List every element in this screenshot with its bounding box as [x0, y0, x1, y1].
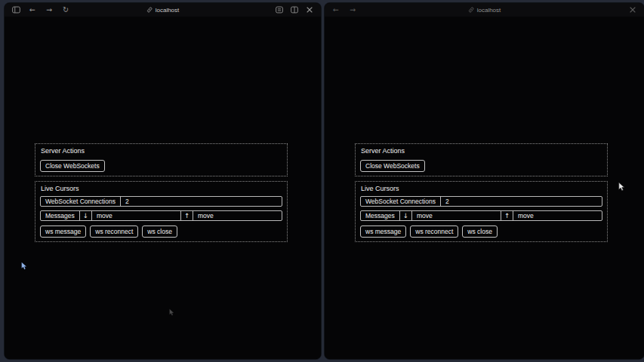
browser-toolbar: ← → ↻ localhost: [5, 3, 321, 17]
remote-cursor-dim: [169, 306, 174, 320]
server-actions-title: Server Actions: [41, 147, 282, 155]
incoming-message-value: move: [411, 211, 501, 220]
ws-close-button[interactable]: ws close: [462, 225, 498, 238]
panel-column: Server Actions Close WebSockets Live Cur…: [35, 143, 288, 247]
back-icon[interactable]: ←: [28, 5, 37, 14]
back-icon[interactable]: ←: [331, 5, 340, 14]
server-actions-panel: Server Actions Close WebSockets: [355, 143, 608, 176]
websocket-connections-row: WebSocket Connections 2: [40, 196, 282, 207]
split-view-icon[interactable]: [290, 5, 299, 14]
page-content: Server Actions Close WebSockets Live Cur…: [325, 17, 644, 359]
websocket-connections-row: WebSocket Connections 2: [360, 196, 602, 207]
close-icon[interactable]: [305, 5, 314, 14]
arrow-down-icon: ↓: [79, 211, 91, 220]
ws-close-button[interactable]: ws close: [142, 225, 177, 238]
sidebar-toggle-icon[interactable]: [11, 5, 20, 14]
address-bar[interactable]: localhost: [146, 3, 180, 17]
messages-row: Messages ↓ move ↑ move: [360, 210, 602, 221]
server-actions-title: Server Actions: [361, 147, 602, 155]
address-bar[interactable]: localhost: [468, 3, 501, 17]
page-title: localhost: [477, 7, 501, 14]
close-icon[interactable]: [628, 5, 637, 14]
live-cursors-title: Live Cursors: [41, 185, 282, 193]
messages-label: Messages: [41, 211, 79, 220]
close-websockets-button[interactable]: Close WebSockets: [360, 160, 425, 172]
browser-window-right: ← → localhost Server Actions Close WebSo…: [325, 3, 644, 359]
page-content: Server Actions Close WebSockets Live Cur…: [5, 17, 321, 359]
arrow-up-icon: ↑: [501, 211, 513, 220]
reload-icon[interactable]: ↻: [61, 5, 70, 14]
ws-reconnect-button[interactable]: ws reconnect: [90, 225, 138, 238]
ws-message-button[interactable]: ws message: [360, 225, 406, 238]
arrow-down-icon: ↓: [399, 211, 411, 220]
forward-icon[interactable]: →: [45, 5, 54, 14]
close-websockets-button[interactable]: Close WebSockets: [40, 160, 105, 172]
live-cursors-panel: Live Cursors WebSocket Connections 2 Mes…: [35, 181, 288, 242]
messages-label: Messages: [361, 211, 399, 220]
os-cursor: [618, 182, 625, 195]
connections-label: WebSocket Connections: [41, 197, 120, 206]
forward-icon[interactable]: →: [348, 5, 357, 14]
live-cursors-title: Live Cursors: [361, 185, 602, 193]
connections-value: 2: [440, 197, 602, 206]
ws-buttons-row: ws message ws reconnect ws close: [40, 225, 282, 238]
server-actions-panel: Server Actions Close WebSockets: [35, 143, 288, 176]
browser-window-left: ← → ↻ localhost: [5, 3, 321, 359]
ws-buttons-row: ws message ws reconnect ws close: [360, 225, 602, 238]
arrow-up-icon: ↑: [180, 211, 193, 220]
outgoing-message-value: move: [513, 211, 602, 220]
remote-cursor-blue: [21, 260, 27, 274]
live-cursors-panel: Live Cursors WebSocket Connections 2 Mes…: [355, 181, 608, 242]
messages-row: Messages ↓ move ↑ move: [40, 210, 282, 221]
outgoing-message-value: move: [193, 211, 282, 220]
ws-reconnect-button[interactable]: ws reconnect: [410, 225, 458, 238]
connections-label: WebSocket Connections: [361, 197, 440, 206]
link-icon: [146, 7, 153, 13]
menu-icon[interactable]: [275, 5, 284, 14]
link-icon: [468, 7, 474, 13]
connections-value: 2: [120, 197, 282, 206]
incoming-message-value: move: [91, 211, 180, 220]
panel-column: Server Actions Close WebSockets Live Cur…: [355, 143, 608, 247]
page-title: localhost: [156, 7, 180, 14]
ws-message-button[interactable]: ws message: [40, 225, 86, 238]
browser-toolbar: ← → localhost: [325, 3, 644, 17]
